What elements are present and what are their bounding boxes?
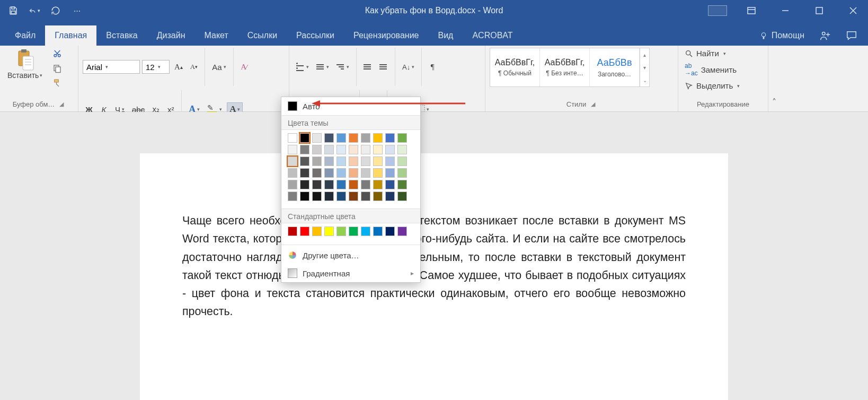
- ribbon-display-icon[interactable]: [742, 1, 761, 20]
- undo-icon[interactable]: ▾: [29, 5, 40, 16]
- more-colors-item[interactable]: Другие цвета…: [281, 246, 420, 264]
- close-button[interactable]: [844, 1, 863, 20]
- color-swatch[interactable]: [373, 227, 383, 236]
- clear-formatting-button[interactable]: A⁄: [238, 60, 251, 74]
- tell-me-button[interactable]: Помощн: [759, 31, 804, 40]
- color-swatch[interactable]: [300, 133, 309, 143]
- color-swatch[interactable]: [324, 156, 334, 166]
- share-icon[interactable]: [819, 30, 831, 41]
- color-swatch[interactable]: [300, 227, 309, 236]
- styles-scroll-down-icon[interactable]: ▾: [640, 61, 649, 74]
- color-swatch[interactable]: [288, 145, 297, 154]
- color-swatch[interactable]: [324, 227, 334, 236]
- color-swatch[interactable]: [300, 180, 309, 189]
- grow-font-button[interactable]: A▴: [172, 60, 185, 74]
- color-swatch[interactable]: [288, 180, 297, 189]
- style-item-nospacing[interactable]: АаБбВвГг, ¶ Без инте…: [540, 48, 590, 86]
- decrease-indent-button[interactable]: [361, 60, 375, 74]
- color-swatch[interactable]: [385, 145, 395, 154]
- color-swatch[interactable]: [312, 180, 322, 189]
- color-swatch[interactable]: [300, 168, 309, 178]
- color-swatch[interactable]: [312, 168, 322, 178]
- change-case-button[interactable]: Aa: [209, 60, 228, 74]
- tab-home[interactable]: Главная: [45, 25, 96, 46]
- color-swatch[interactable]: [361, 156, 370, 166]
- color-swatch[interactable]: [336, 133, 346, 143]
- color-swatch[interactable]: [373, 168, 383, 178]
- color-swatch[interactable]: [312, 227, 322, 236]
- color-swatch[interactable]: [288, 168, 297, 178]
- document-page[interactable]: Чаще всего необходимость убрать фон за т…: [140, 153, 728, 400]
- color-swatch[interactable]: [397, 227, 407, 236]
- color-swatch[interactable]: [300, 145, 309, 154]
- color-swatch[interactable]: [349, 156, 358, 166]
- document-text[interactable]: Чаще всего необходимость убрать фон за т…: [182, 212, 686, 321]
- color-swatch[interactable]: [288, 156, 297, 166]
- tab-mailings[interactable]: Рассылки: [287, 25, 344, 46]
- color-swatch[interactable]: [300, 192, 309, 201]
- color-swatch[interactable]: [385, 180, 395, 189]
- color-swatch[interactable]: [349, 227, 358, 236]
- find-button[interactable]: Найти: [683, 48, 742, 59]
- tab-design[interactable]: Дизайн: [147, 25, 195, 46]
- color-swatch[interactable]: [361, 133, 370, 143]
- color-swatch[interactable]: [397, 192, 407, 201]
- maximize-button[interactable]: [810, 1, 829, 20]
- color-swatch[interactable]: [361, 180, 370, 189]
- color-swatch[interactable]: [312, 133, 322, 143]
- qat-customize-icon[interactable]: ⋯: [71, 5, 83, 16]
- show-formatting-button[interactable]: ¶: [426, 60, 439, 74]
- color-swatch[interactable]: [349, 168, 358, 178]
- color-swatch[interactable]: [312, 156, 322, 166]
- color-swatch[interactable]: [324, 192, 334, 201]
- color-swatch[interactable]: [300, 156, 309, 166]
- color-swatch[interactable]: [397, 133, 407, 143]
- styles-dialog-launcher-icon[interactable]: ◢: [589, 101, 597, 108]
- color-swatch[interactable]: [385, 168, 395, 178]
- tab-references[interactable]: Ссылки: [238, 25, 287, 46]
- paste-button[interactable]: Вставить: [4, 48, 46, 81]
- styles-scroll-up-icon[interactable]: ▴: [640, 48, 649, 61]
- color-swatch[interactable]: [349, 180, 358, 189]
- color-swatch[interactable]: [349, 192, 358, 201]
- tab-view[interactable]: Вид: [428, 25, 463, 46]
- copy-icon[interactable]: [50, 63, 65, 74]
- numbering-button[interactable]: [314, 60, 332, 74]
- account-area[interactable]: [708, 1, 727, 20]
- save-icon[interactable]: [7, 5, 19, 16]
- color-swatch[interactable]: [349, 133, 358, 143]
- color-swatch[interactable]: [373, 180, 383, 189]
- gradient-fill-item[interactable]: Градиентная ▸: [281, 264, 420, 282]
- color-swatch[interactable]: [324, 180, 334, 189]
- color-swatch[interactable]: [336, 180, 346, 189]
- color-swatch[interactable]: [336, 227, 346, 236]
- color-swatch[interactable]: [397, 168, 407, 178]
- color-swatch[interactable]: [324, 145, 334, 154]
- tab-file[interactable]: Файл: [5, 25, 45, 46]
- color-swatch[interactable]: [336, 156, 346, 166]
- redo-icon[interactable]: [50, 5, 61, 16]
- color-swatch[interactable]: [373, 133, 383, 143]
- color-swatch[interactable]: [324, 133, 334, 143]
- color-swatch[interactable]: [288, 227, 297, 236]
- color-swatch[interactable]: [385, 192, 395, 201]
- color-swatch[interactable]: [361, 192, 370, 201]
- font-name-select[interactable]: Arial: [83, 60, 140, 74]
- color-auto-item[interactable]: Авто: [281, 97, 420, 115]
- replace-button[interactable]: ab→ac Заменить: [683, 61, 742, 78]
- comments-icon[interactable]: [846, 30, 857, 41]
- color-swatch[interactable]: [336, 145, 346, 154]
- color-swatch[interactable]: [288, 133, 297, 143]
- color-swatch[interactable]: [385, 227, 395, 236]
- color-swatch[interactable]: [288, 192, 297, 201]
- font-size-select[interactable]: 12: [142, 60, 170, 74]
- color-swatch[interactable]: [385, 133, 395, 143]
- tab-acrobat[interactable]: ACROBAT: [463, 25, 522, 46]
- style-item-heading[interactable]: АаБбВв Заголово…: [590, 48, 640, 86]
- tab-review[interactable]: Рецензирование: [344, 25, 429, 46]
- multilevel-list-button[interactable]: [334, 60, 352, 74]
- color-swatch[interactable]: [324, 168, 334, 178]
- color-swatch[interactable]: [385, 156, 395, 166]
- collapse-ribbon-icon[interactable]: ˄: [768, 46, 780, 111]
- style-item-normal[interactable]: АаБбВвГг, ¶ Обычный: [490, 48, 540, 86]
